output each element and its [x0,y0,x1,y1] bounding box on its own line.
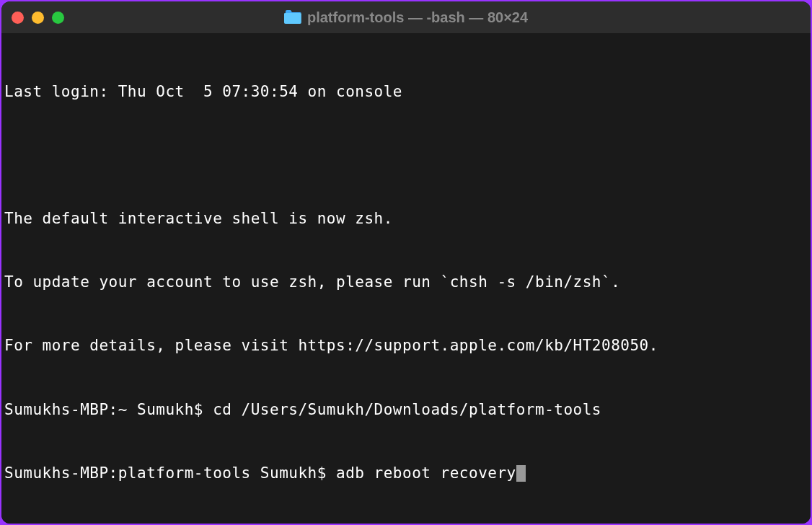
window-titlebar[interactable]: platform-tools — -bash — 80×24 [1,1,811,33]
terminal-line: Sumukhs-MBP:~ Sumukh$ cd /Users/Sumukh/D… [4,400,808,420]
terminal-blank-line [4,145,808,166]
traffic-lights [12,12,64,24]
window-title-text: platform-tools — -bash — 80×24 [307,9,528,26]
terminal-line: For more details, please visit https://s… [4,335,808,356]
minimize-button[interactable] [32,12,44,24]
close-button[interactable] [12,12,24,24]
terminal-line: The default interactive shell is now zsh… [4,208,808,229]
terminal-cursor [516,465,526,482]
terminal-window: platform-tools — -bash — 80×24 Last logi… [1,1,811,524]
terminal-line: To update your account to use zsh, pleas… [4,272,808,293]
maximize-button[interactable] [52,12,64,24]
terminal-prompt-line: Sumukhs-MBP:platform-tools Sumukh$ adb r… [4,463,808,484]
terminal-line: Last login: Thu Oct 5 07:30:54 on consol… [4,81,808,102]
folder-icon [284,10,301,25]
terminal-current-line: Sumukhs-MBP:platform-tools Sumukh$ adb r… [4,464,516,482]
terminal-content[interactable]: Last login: Thu Oct 5 07:30:54 on consol… [1,33,811,524]
window-title: platform-tools — -bash — 80×24 [284,9,528,26]
